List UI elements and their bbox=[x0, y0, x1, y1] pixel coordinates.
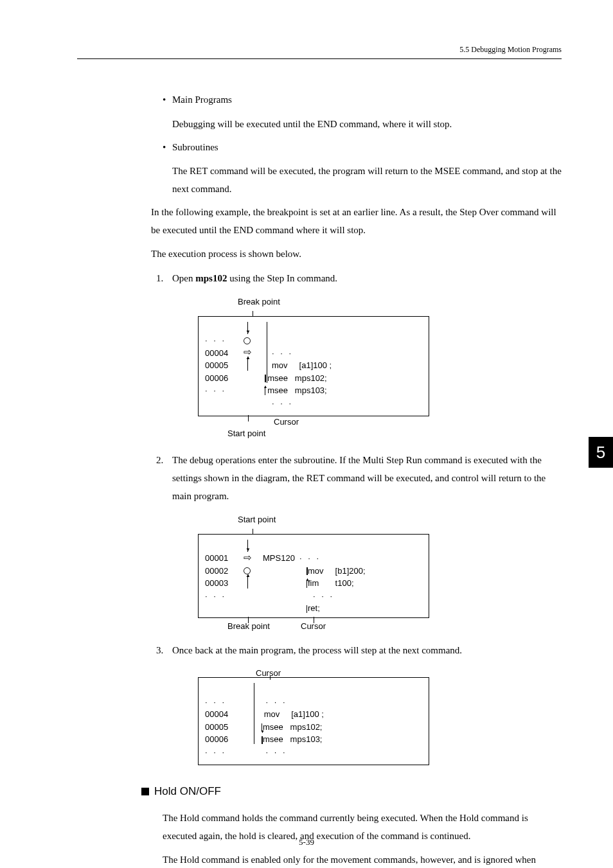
diag1-start-label: Start point bbox=[227, 428, 265, 439]
para-exec: The execution process is shown below. bbox=[151, 245, 562, 263]
diag2-break-label: Break point bbox=[227, 621, 270, 632]
diag1-tick bbox=[253, 311, 254, 316]
diag2-tick bbox=[253, 529, 254, 534]
main-content: Main Programs Debugging will be executed… bbox=[151, 91, 562, 868]
hold-section-heading: Hold ON/OFF bbox=[141, 781, 562, 801]
diag1-bottom: Cursor Start point bbox=[217, 416, 429, 442]
bullet-label: Main Programs bbox=[172, 94, 232, 105]
step-3: Once back at the main program, the proce… bbox=[156, 642, 562, 766]
top-rule bbox=[77, 58, 562, 59]
diag2-box: 00001 00002 00003 · · · ▼ ⇨ ▲ MPS120 · ·… bbox=[198, 534, 429, 618]
diag2-start-label: Start point bbox=[238, 512, 429, 527]
subroutines-text: The RET command will be executed, the pr… bbox=[172, 163, 562, 199]
step-2: The debug operations enter the subroutin… bbox=[156, 452, 562, 632]
diag2-cursor-label: Cursor bbox=[301, 621, 326, 632]
bullet-main-programs: Main Programs bbox=[163, 91, 562, 109]
step-1: Open mps102 using the Step In command. B… bbox=[156, 270, 562, 442]
step2-text: The debug operations enter the subroutin… bbox=[172, 455, 546, 501]
step1-post: using the Step In command. bbox=[227, 273, 337, 283]
bullet-list: Main Programs bbox=[163, 91, 562, 109]
hold-p2: The Hold command is enabled only for the… bbox=[163, 851, 562, 868]
diag2-nums: 00001 00002 00003 · · · bbox=[205, 540, 244, 615]
page-number: 5-39 bbox=[0, 837, 613, 847]
breakpoint-icon bbox=[244, 337, 251, 344]
diag2-code: MPS120 · · · mov [b1]200; ▲fim t100; · ·… bbox=[263, 540, 422, 615]
diag3-nums: · · · 00004 00005 00006 · · · bbox=[205, 683, 250, 758]
diag1-break-label: Break point bbox=[238, 294, 429, 310]
section-header: 5.5 Debugging Motion Programs bbox=[77, 45, 562, 55]
diag1-nums: · · · 00004 00005 00006 · · · bbox=[205, 322, 244, 410]
main-programs-text: Debugging will be executed until the END… bbox=[172, 116, 562, 134]
arrow-right-icon: ⇨ bbox=[244, 553, 252, 562]
step1-pre: Open bbox=[172, 273, 195, 283]
numbered-steps: Open mps102 using the Step In command. B… bbox=[156, 270, 562, 765]
chapter-tab: 5 bbox=[589, 437, 613, 468]
step3-text: Once back at the main program, the proce… bbox=[172, 645, 462, 655]
diag1-marks: ▼ ⇨ ▲ bbox=[244, 322, 263, 410]
bullet-subroutines: Subroutines bbox=[163, 139, 562, 157]
para-example: In the following example, the breakpoint… bbox=[151, 204, 562, 240]
diagram-2: Start point 00001 00002 00003 · · · ▼ ⇨ … bbox=[198, 512, 429, 632]
diagram-3: Cursor · · · 00004 00005 00006 · · · · ·… bbox=[198, 666, 429, 765]
bullet-label: Subroutines bbox=[172, 142, 218, 152]
diag1-box: · · · 00004 00005 00006 · · · ▼ ⇨ ▲ · · … bbox=[198, 316, 429, 417]
hold-title: Hold ON/OFF bbox=[154, 781, 221, 801]
bullet-list-2: Subroutines bbox=[163, 139, 562, 157]
diag3-code: · · · mov [a1]100 ; ▼msee mps102; msee m… bbox=[262, 683, 324, 758]
step1-bold: mps102 bbox=[195, 273, 227, 283]
diag1-code: · · · mov [a1]100 ; msee mps102; ▲ msee … bbox=[263, 322, 332, 410]
square-bullet-icon bbox=[141, 788, 149, 795]
diag2-marks: ▼ ⇨ ▲ bbox=[244, 540, 263, 615]
diag3-box: · · · 00004 00005 00006 · · · · · · mov … bbox=[198, 677, 429, 765]
diag1-cursor-label: Cursor bbox=[274, 416, 299, 428]
diagram-1: Break point · · · 00004 00005 00006 · · … bbox=[198, 294, 429, 443]
diag2-bottom: Break point Cursor bbox=[217, 618, 429, 632]
